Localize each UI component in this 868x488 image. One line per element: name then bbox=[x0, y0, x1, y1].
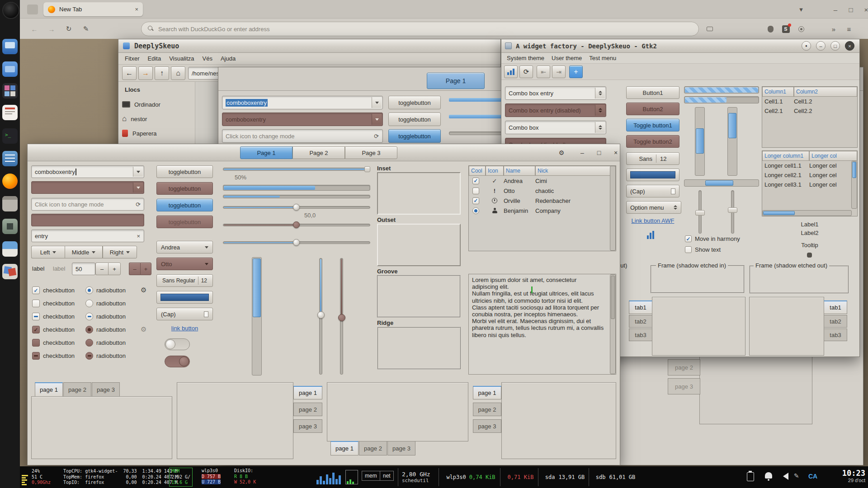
icon-mode-entry[interactable]: Click icon to change mode bbox=[31, 198, 144, 211]
linked-right-button[interactable]: Right bbox=[103, 246, 137, 258]
clearable-entry[interactable]: entry bbox=[31, 230, 144, 242]
table-row[interactable]: Ottochaotic bbox=[469, 186, 616, 196]
nb2-page2[interactable]: page 2 bbox=[293, 403, 322, 416]
nb-tab1[interactable]: tab1 bbox=[824, 300, 847, 314]
col-header[interactable]: Column2 bbox=[794, 87, 857, 97]
table-row[interactable]: OrvilleRedenbacher bbox=[469, 196, 616, 206]
dropdown-icon[interactable] bbox=[372, 97, 382, 108]
nb-tab3[interactable]: tab3 bbox=[824, 328, 847, 341]
window-minimize-button[interactable] bbox=[829, 3, 842, 16]
file-chooser-button[interactable]: (Cap) bbox=[626, 185, 679, 197]
clock[interactable]: 10:23 29 d'oct bbox=[826, 469, 865, 483]
vertical-scrollbar-1[interactable] bbox=[695, 107, 705, 176]
edit-icon[interactable] bbox=[80, 23, 92, 35]
chart-tool-button[interactable] bbox=[504, 66, 518, 78]
harmony-checkbox[interactable] bbox=[685, 235, 692, 242]
switch-off[interactable] bbox=[165, 338, 190, 350]
togglebutton-1[interactable]: togglebutton bbox=[156, 165, 213, 178]
treeview-1[interactable]: Column1Column2 Cell1.1Cell1.2 Cell2.1Cel… bbox=[762, 86, 858, 148]
menu-fitxer[interactable]: Fitxer bbox=[125, 55, 140, 62]
folder-app-icon[interactable] bbox=[2, 61, 18, 77]
file-chooser-button[interactable]: (Cap) bbox=[156, 308, 213, 320]
combo-arrows-icon[interactable] bbox=[595, 122, 605, 133]
treeview[interactable]: Cool Icon Name Nick AndreaCimi Ottochaot… bbox=[468, 165, 616, 251]
minimize-button[interactable] bbox=[576, 147, 588, 159]
target-icon[interactable] bbox=[795, 23, 807, 35]
checkbutton-mixed[interactable] bbox=[32, 313, 40, 320]
menu-visualitza[interactable]: Visualitza bbox=[169, 55, 194, 62]
nav-up-button[interactable] bbox=[155, 66, 169, 80]
url-bar[interactable]: Search with DuckDuckGo or enter address bbox=[141, 22, 699, 36]
bg-entry-mode[interactable]: Click icon to change mode bbox=[222, 129, 383, 143]
header-tab-page3[interactable]: Page 3 bbox=[345, 146, 397, 159]
showtext-checkbox[interactable] bbox=[685, 246, 692, 253]
vertical-scrollbar[interactable] bbox=[252, 257, 262, 375]
menu-ajuda[interactable]: Ajuda bbox=[221, 55, 236, 62]
header-tab-page2[interactable]: Page 2 bbox=[292, 146, 345, 159]
combo-arrows-icon[interactable] bbox=[595, 88, 605, 99]
nb3-page1[interactable]: page 1 bbox=[330, 441, 359, 455]
vertical-scrollbar-2[interactable] bbox=[727, 107, 737, 176]
link-button-awf[interactable]: Link button AWF bbox=[626, 217, 679, 224]
app-grid-icon[interactable] bbox=[2, 83, 18, 99]
nb1-page1[interactable]: page 1 bbox=[35, 382, 63, 397]
menu-gear-button[interactable] bbox=[556, 147, 567, 159]
clipboard-icon[interactable] bbox=[747, 472, 754, 481]
option-menu[interactable]: Option menu bbox=[626, 201, 681, 214]
text-vscrollbar[interactable] bbox=[610, 274, 616, 374]
add-button[interactable] bbox=[569, 66, 583, 78]
spin-minus-button[interactable] bbox=[95, 263, 108, 275]
treeview-2[interactable]: Longer column1Longer col Longer cell1.1L… bbox=[762, 150, 858, 216]
place-nestor[interactable]: nestor bbox=[122, 113, 192, 125]
nb-tab2[interactable]: tab2 bbox=[824, 315, 847, 328]
menu-test-menu[interactable]: Test menu bbox=[589, 55, 616, 61]
toggle-button1[interactable]: Toggle button1 bbox=[626, 119, 679, 131]
refresh-icon[interactable] bbox=[136, 201, 141, 208]
nav-back-button[interactable] bbox=[122, 66, 137, 80]
close-button[interactable] bbox=[610, 147, 622, 159]
bg-scale-fragment-3[interactable] bbox=[449, 131, 502, 135]
table-row[interactable]: Longer cell1.1Longer cel bbox=[762, 161, 857, 170]
bg-nb-tab-page2[interactable]: page 2 bbox=[668, 359, 700, 375]
extension-s-icon[interactable]: S bbox=[779, 23, 792, 35]
pencil-icon[interactable] bbox=[794, 472, 799, 479]
bell-icon[interactable] bbox=[765, 472, 772, 479]
refresh-tool-button[interactable] bbox=[519, 66, 533, 78]
table-row[interactable]: BenjaminCompany bbox=[469, 206, 616, 216]
tree-hscrollbar[interactable] bbox=[762, 210, 852, 216]
spinbutton-entry[interactable]: 50 bbox=[72, 263, 95, 275]
vertical-scale-1-thumb[interactable] bbox=[695, 210, 705, 216]
font-button[interactable]: Sans12 bbox=[626, 152, 679, 165]
header-tab-page1[interactable]: Page 1 bbox=[240, 146, 292, 159]
vertical-scale-2-thumb[interactable] bbox=[728, 207, 737, 213]
nav-forward-button[interactable] bbox=[138, 66, 153, 80]
col-header-name[interactable]: Name bbox=[504, 166, 535, 176]
list-tabs-icon[interactable] bbox=[795, 3, 807, 16]
camera-knob-icon[interactable] bbox=[2, 2, 19, 19]
overflow-chevrons-icon[interactable] bbox=[827, 23, 840, 35]
volume-icon[interactable] bbox=[783, 473, 788, 480]
radiobutton-unselected[interactable] bbox=[85, 300, 93, 307]
col-header-icon[interactable]: Icon bbox=[486, 166, 504, 176]
textview[interactable]: Lorem ipsum dolor sit amet, consectetur … bbox=[468, 274, 616, 375]
clear-icon[interactable] bbox=[137, 233, 140, 239]
nb2-page3[interactable]: page 3 bbox=[293, 419, 322, 433]
row-checkbox[interactable] bbox=[472, 188, 479, 194]
nav-home-button[interactable] bbox=[171, 66, 185, 80]
menu-ves[interactable]: Vés bbox=[203, 55, 212, 62]
checkbutton-unchecked[interactable] bbox=[32, 300, 40, 307]
nb4-page3[interactable]: page 3 bbox=[473, 419, 501, 433]
tree-vscrollbar[interactable] bbox=[610, 166, 616, 251]
gear-icon[interactable] bbox=[141, 286, 146, 294]
table-row[interactable]: Cell1.1Cell1.2 bbox=[762, 97, 857, 106]
bg-togglebutton-3[interactable]: togglebutton bbox=[388, 129, 441, 143]
nb4-page1[interactable]: page 1 bbox=[473, 386, 501, 399]
refresh-icon[interactable] bbox=[374, 133, 379, 140]
settings-sliders-icon[interactable] bbox=[2, 151, 18, 166]
terminal-app-icon[interactable]: >_ bbox=[2, 128, 18, 144]
document-app-icon[interactable] bbox=[2, 105, 18, 120]
skip-back-button[interactable] bbox=[537, 66, 550, 78]
maximize-button[interactable] bbox=[593, 147, 605, 159]
monitor-app-icon[interactable] bbox=[2, 39, 18, 54]
radiobutton-mixed[interactable] bbox=[85, 313, 93, 320]
